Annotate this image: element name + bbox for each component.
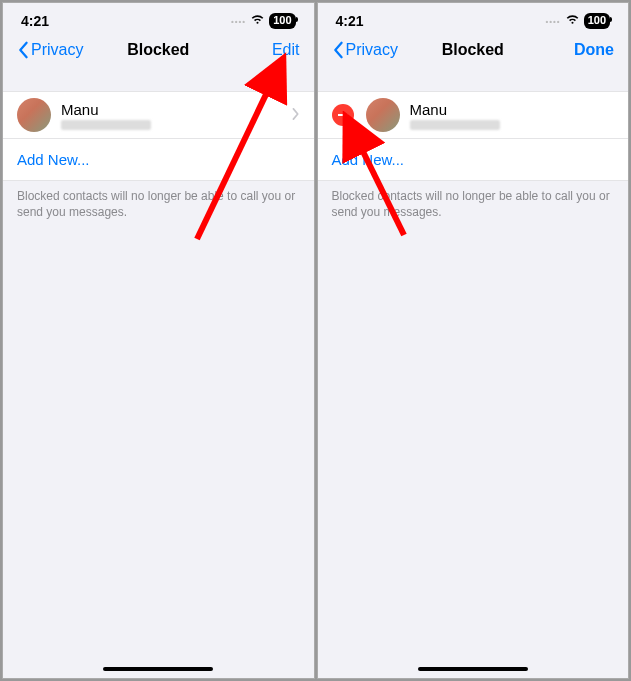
status-right: •••• 100 (545, 13, 610, 29)
signal-dots: •••• (231, 17, 246, 26)
blocked-section: Manu Add New... Blocked contacts will no… (318, 91, 629, 228)
delete-contact-button[interactable] (332, 104, 354, 126)
contact-phone-blurred (410, 120, 500, 130)
signal-dots: •••• (545, 17, 560, 26)
add-new-button[interactable]: Add New... (318, 139, 629, 181)
battery-icon: 100 (269, 13, 295, 28)
contact-info: Manu (61, 101, 292, 130)
footer-text: Blocked contacts will no longer be able … (318, 181, 629, 228)
back-button[interactable]: Privacy (17, 41, 83, 59)
contact-info: Manu (410, 101, 615, 130)
footer-text: Blocked contacts will no longer be able … (3, 181, 314, 228)
avatar (366, 98, 400, 132)
back-button[interactable]: Privacy (332, 41, 398, 59)
add-new-button[interactable]: Add New... (3, 139, 314, 181)
home-indicator[interactable] (103, 667, 213, 671)
back-label: Privacy (346, 41, 398, 59)
back-label: Privacy (31, 41, 83, 59)
wifi-icon (250, 13, 265, 29)
status-time: 4:21 (21, 13, 49, 29)
done-button[interactable]: Done (574, 41, 614, 59)
status-bar: 4:21 •••• 100 (3, 3, 314, 33)
edit-button[interactable]: Edit (272, 41, 300, 59)
status-time: 4:21 (336, 13, 364, 29)
minus-icon (338, 114, 348, 116)
status-bar: 4:21 •••• 100 (318, 3, 629, 33)
contact-name: Manu (410, 101, 615, 118)
chevron-right-icon (292, 106, 300, 124)
battery-icon: 100 (584, 13, 610, 28)
wifi-icon (565, 13, 580, 29)
contact-row[interactable]: Manu (3, 91, 314, 139)
contact-row-edit: Manu (318, 91, 629, 139)
screen-left: 4:21 •••• 100 Privacy Blocked Edit Manu (2, 2, 315, 679)
blocked-section: Manu Add New... Blocked contacts will no… (3, 91, 314, 228)
nav-bar: Privacy Blocked Edit (3, 33, 314, 67)
home-indicator[interactable] (418, 667, 528, 671)
page-title: Blocked (442, 41, 504, 59)
nav-bar: Privacy Blocked Done (318, 33, 629, 67)
avatar (17, 98, 51, 132)
screen-right: 4:21 •••• 100 Privacy Blocked Done Manu (317, 2, 630, 679)
contact-phone-blurred (61, 120, 151, 130)
contact-name: Manu (61, 101, 292, 118)
page-title: Blocked (127, 41, 189, 59)
status-right: •••• 100 (231, 13, 296, 29)
